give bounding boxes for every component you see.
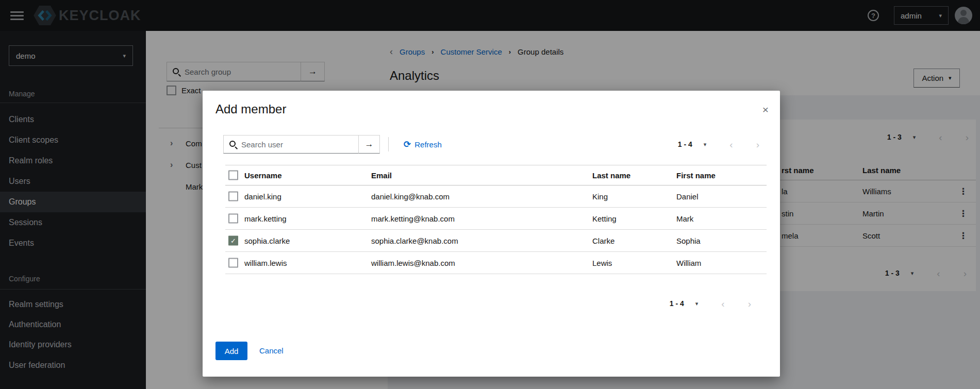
- divider: [388, 137, 389, 151]
- user-table: ✓ Username Email Last name First name ✓ …: [225, 165, 767, 274]
- username-cell: sophia.clarke: [244, 236, 290, 245]
- user-search-input[interactable]: [241, 140, 353, 149]
- last-name-cell: Ketting: [592, 214, 617, 223]
- arrow-right-icon: →: [365, 139, 374, 149]
- row-checkbox[interactable]: ✓: [228, 192, 238, 201]
- last-name-cell: Clarke: [592, 236, 614, 245]
- add-button[interactable]: Add: [215, 342, 247, 360]
- last-name-cell: King: [592, 192, 608, 201]
- user-table-header: ✓ Username Email Last name First name: [225, 165, 767, 185]
- first-name-cell: William: [676, 259, 701, 267]
- refresh-label: Refresh: [414, 140, 442, 149]
- next-page-icon[interactable]: ›: [748, 299, 751, 309]
- column-username: Username: [244, 171, 282, 180]
- user-search-group: →: [223, 135, 380, 155]
- user-pagination-top: 1 - 4 ▾ ‹ ›: [678, 135, 759, 154]
- modal-title: Add member: [215, 102, 286, 116]
- pagination-range: 1 - 4: [670, 299, 684, 308]
- column-last-name: Last name: [592, 171, 630, 180]
- prev-page-icon[interactable]: ‹: [721, 299, 724, 309]
- first-name-cell: Daniel: [676, 192, 699, 201]
- email-cell: sophia.clarke@knab.com: [371, 236, 458, 245]
- user-pagination-bottom: 1 - 4 ▾ ‹ ›: [670, 294, 751, 313]
- next-page-icon[interactable]: ›: [756, 140, 759, 149]
- refresh-icon: ⟳: [404, 139, 411, 150]
- user-row: ✓ william.lewis william.lewis@knab.com L…: [225, 252, 767, 274]
- email-cell: william.lewis@knab.com: [371, 259, 455, 267]
- column-email: Email: [371, 171, 392, 180]
- chevron-down-icon[interactable]: ▾: [695, 300, 699, 307]
- pagination-range: 1 - 4: [678, 140, 692, 148]
- username-cell: daniel.king: [244, 192, 281, 201]
- search-icon: [229, 140, 237, 148]
- prev-page-icon[interactable]: ‹: [729, 140, 733, 149]
- first-name-cell: Mark: [676, 214, 693, 223]
- select-all-checkbox[interactable]: ✓: [228, 171, 238, 180]
- last-name-cell: Lewis: [592, 259, 612, 267]
- username-cell: william.lewis: [244, 259, 287, 267]
- refresh-button[interactable]: ⟳ Refresh: [404, 139, 442, 150]
- row-checkbox[interactable]: ✓: [228, 236, 238, 246]
- user-row: ✓ daniel.king daniel.king@knab.com King …: [225, 185, 767, 208]
- user-row: ✓ mark.ketting mark.ketting@knab.com Ket…: [225, 208, 767, 230]
- column-first-name: First name: [676, 171, 716, 180]
- user-search-submit-button[interactable]: →: [358, 135, 380, 154]
- first-name-cell: Sophia: [676, 236, 701, 245]
- email-cell: daniel.king@knab.com: [371, 192, 450, 201]
- add-member-modal: Add member × → ⟳ Refresh 1 - 4 ▾ ‹ › ✓ U…: [203, 91, 780, 377]
- email-cell: mark.ketting@knab.com: [371, 214, 455, 223]
- row-checkbox[interactable]: ✓: [228, 258, 238, 268]
- close-icon[interactable]: ×: [762, 104, 769, 115]
- chevron-down-icon[interactable]: ▾: [704, 141, 707, 148]
- username-cell: mark.ketting: [244, 214, 287, 223]
- row-checkbox[interactable]: ✓: [228, 214, 238, 224]
- user-row: ✓ sophia.clarke sophia.clarke@knab.com C…: [225, 230, 767, 252]
- cancel-link[interactable]: Cancel: [259, 346, 284, 355]
